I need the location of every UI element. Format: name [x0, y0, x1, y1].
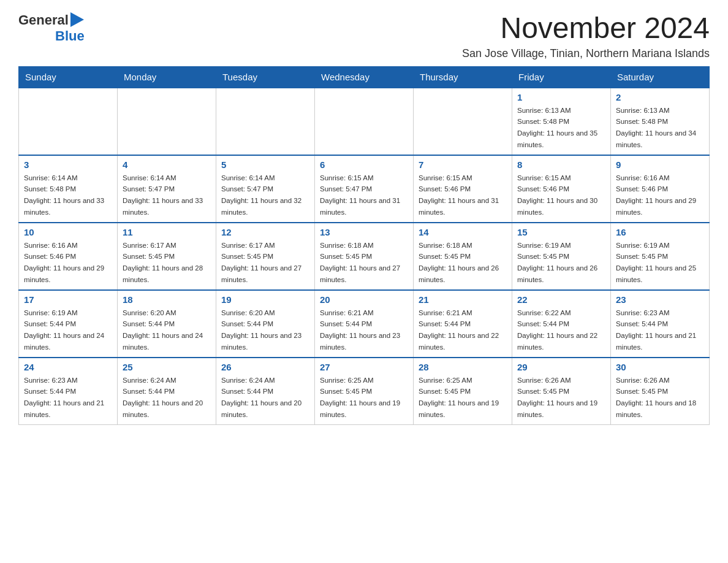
calendar-header-row: Sunday Monday Tuesday Wednesday Thursday… — [19, 66, 710, 88]
calendar-week-row: 24Sunrise: 6:23 AMSunset: 5:44 PMDayligh… — [19, 358, 710, 425]
day-info: Sunrise: 6:23 AMSunset: 5:44 PMDaylight:… — [616, 309, 696, 351]
day-number: 11 — [123, 227, 211, 237]
day-number: 17 — [24, 294, 112, 305]
table-row — [315, 88, 414, 155]
table-row: 20Sunrise: 6:21 AMSunset: 5:44 PMDayligh… — [315, 290, 414, 358]
day-number: 3 — [24, 159, 112, 170]
calendar-week-row: 1Sunrise: 6:13 AMSunset: 5:48 PMDaylight… — [19, 88, 710, 155]
day-info: Sunrise: 6:21 AMSunset: 5:44 PMDaylight:… — [320, 309, 400, 351]
col-monday: Monday — [118, 66, 216, 88]
day-number: 19 — [221, 294, 309, 305]
table-row: 25Sunrise: 6:24 AMSunset: 5:44 PMDayligh… — [118, 358, 216, 425]
page-header: General Blue November 2024 San Jose Vill… — [18, 12, 710, 60]
day-info: Sunrise: 6:15 AMSunset: 5:47 PMDaylight:… — [320, 174, 400, 216]
calendar-week-row: 17Sunrise: 6:19 AMSunset: 5:44 PMDayligh… — [19, 290, 710, 358]
day-info: Sunrise: 6:24 AMSunset: 5:44 PMDaylight:… — [221, 377, 301, 418]
day-info: Sunrise: 6:14 AMSunset: 5:48 PMDaylight:… — [24, 174, 104, 216]
day-number: 20 — [320, 294, 408, 305]
day-number: 15 — [517, 227, 605, 237]
day-number: 23 — [616, 294, 704, 305]
day-info: Sunrise: 6:15 AMSunset: 5:46 PMDaylight:… — [517, 174, 597, 216]
day-info: Sunrise: 6:16 AMSunset: 5:46 PMDaylight:… — [616, 174, 696, 216]
day-number: 13 — [320, 227, 408, 237]
calendar-table: Sunday Monday Tuesday Wednesday Thursday… — [18, 66, 710, 426]
day-number: 26 — [221, 362, 309, 372]
day-number: 5 — [221, 159, 309, 170]
col-sunday: Sunday — [19, 66, 118, 88]
day-number: 1 — [517, 92, 605, 102]
table-row: 30Sunrise: 6:26 AMSunset: 5:45 PMDayligh… — [611, 358, 710, 425]
day-number: 24 — [24, 362, 112, 372]
table-row: 8Sunrise: 6:15 AMSunset: 5:46 PMDaylight… — [512, 155, 611, 223]
day-number: 14 — [419, 227, 507, 237]
col-friday: Friday — [512, 66, 611, 88]
table-row — [216, 88, 315, 155]
table-row: 3Sunrise: 6:14 AMSunset: 5:48 PMDaylight… — [19, 155, 118, 223]
table-row: 1Sunrise: 6:13 AMSunset: 5:48 PMDaylight… — [512, 88, 611, 155]
day-number: 7 — [419, 159, 507, 170]
table-row — [118, 88, 216, 155]
svg-marker-0 — [70, 12, 84, 27]
day-number: 8 — [517, 159, 605, 170]
logo-blue-text: Blue — [55, 28, 85, 44]
title-section: November 2024 San Jose Village, Tinian, … — [462, 12, 710, 60]
day-number: 6 — [320, 159, 408, 170]
table-row: 2Sunrise: 6:13 AMSunset: 5:48 PMDaylight… — [611, 88, 710, 155]
day-number: 12 — [221, 227, 309, 237]
day-info: Sunrise: 6:26 AMSunset: 5:45 PMDaylight:… — [616, 377, 696, 418]
day-number: 2 — [616, 92, 704, 102]
day-number: 28 — [419, 362, 507, 372]
day-info: Sunrise: 6:18 AMSunset: 5:45 PMDaylight:… — [419, 242, 499, 283]
calendar-week-row: 10Sunrise: 6:16 AMSunset: 5:46 PMDayligh… — [19, 223, 710, 290]
table-row: 5Sunrise: 6:14 AMSunset: 5:47 PMDaylight… — [216, 155, 315, 223]
logo-general-text: General — [18, 12, 69, 28]
day-number: 25 — [123, 362, 211, 372]
day-info: Sunrise: 6:20 AMSunset: 5:44 PMDaylight:… — [123, 309, 203, 351]
day-number: 4 — [123, 159, 211, 170]
day-info: Sunrise: 6:26 AMSunset: 5:45 PMDaylight:… — [517, 377, 597, 418]
table-row: 23Sunrise: 6:23 AMSunset: 5:44 PMDayligh… — [611, 290, 710, 358]
table-row: 15Sunrise: 6:19 AMSunset: 5:45 PMDayligh… — [512, 223, 611, 290]
table-row: 22Sunrise: 6:22 AMSunset: 5:44 PMDayligh… — [512, 290, 611, 358]
day-number: 27 — [320, 362, 408, 372]
table-row: 17Sunrise: 6:19 AMSunset: 5:44 PMDayligh… — [19, 290, 118, 358]
table-row: 14Sunrise: 6:18 AMSunset: 5:45 PMDayligh… — [414, 223, 512, 290]
table-row: 4Sunrise: 6:14 AMSunset: 5:47 PMDaylight… — [118, 155, 216, 223]
day-info: Sunrise: 6:13 AMSunset: 5:48 PMDaylight:… — [517, 107, 597, 148]
table-row: 18Sunrise: 6:20 AMSunset: 5:44 PMDayligh… — [118, 290, 216, 358]
day-info: Sunrise: 6:19 AMSunset: 5:45 PMDaylight:… — [616, 242, 696, 283]
day-info: Sunrise: 6:18 AMSunset: 5:45 PMDaylight:… — [320, 242, 400, 283]
day-info: Sunrise: 6:14 AMSunset: 5:47 PMDaylight:… — [123, 174, 203, 216]
day-info: Sunrise: 6:19 AMSunset: 5:45 PMDaylight:… — [517, 242, 597, 283]
table-row: 13Sunrise: 6:18 AMSunset: 5:45 PMDayligh… — [315, 223, 414, 290]
calendar-title: November 2024 — [462, 12, 710, 45]
col-tuesday: Tuesday — [216, 66, 315, 88]
day-number: 22 — [517, 294, 605, 305]
day-info: Sunrise: 6:17 AMSunset: 5:45 PMDaylight:… — [221, 242, 301, 283]
table-row: 6Sunrise: 6:15 AMSunset: 5:47 PMDaylight… — [315, 155, 414, 223]
table-row: 12Sunrise: 6:17 AMSunset: 5:45 PMDayligh… — [216, 223, 315, 290]
day-info: Sunrise: 6:23 AMSunset: 5:44 PMDaylight:… — [24, 377, 104, 418]
table-row: 16Sunrise: 6:19 AMSunset: 5:45 PMDayligh… — [611, 223, 710, 290]
table-row: 26Sunrise: 6:24 AMSunset: 5:44 PMDayligh… — [216, 358, 315, 425]
day-info: Sunrise: 6:16 AMSunset: 5:46 PMDaylight:… — [24, 242, 104, 283]
day-number: 9 — [616, 159, 704, 170]
day-info: Sunrise: 6:22 AMSunset: 5:44 PMDaylight:… — [517, 309, 597, 351]
day-number: 30 — [616, 362, 704, 372]
day-info: Sunrise: 6:15 AMSunset: 5:46 PMDaylight:… — [419, 174, 499, 216]
day-info: Sunrise: 6:19 AMSunset: 5:44 PMDaylight:… — [24, 309, 104, 351]
col-saturday: Saturday — [611, 66, 710, 88]
day-number: 18 — [123, 294, 211, 305]
day-info: Sunrise: 6:25 AMSunset: 5:45 PMDaylight:… — [320, 377, 400, 418]
day-number: 16 — [616, 227, 704, 237]
day-number: 10 — [24, 227, 112, 237]
day-number: 21 — [419, 294, 507, 305]
day-info: Sunrise: 6:25 AMSunset: 5:45 PMDaylight:… — [419, 377, 499, 418]
table-row — [19, 88, 118, 155]
logo: General Blue — [18, 12, 85, 44]
table-row: 10Sunrise: 6:16 AMSunset: 5:46 PMDayligh… — [19, 223, 118, 290]
table-row: 9Sunrise: 6:16 AMSunset: 5:46 PMDaylight… — [611, 155, 710, 223]
calendar-subtitle: San Jose Village, Tinian, Northern Maria… — [462, 47, 710, 60]
logo-arrow-icon — [70, 12, 84, 27]
table-row: 7Sunrise: 6:15 AMSunset: 5:46 PMDaylight… — [414, 155, 512, 223]
